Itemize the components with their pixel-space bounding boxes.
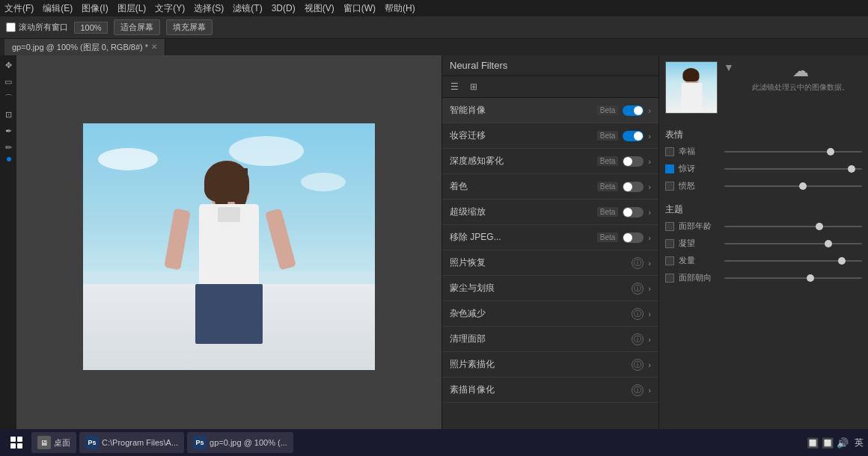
filter-info-10[interactable]: ⓘ — [632, 359, 644, 371]
filter-item-sketch[interactable]: 照片素描化 ⓘ › — [442, 352, 658, 378]
menu-select[interactable]: 选择(S) — [194, 2, 224, 15]
filter-arrow-1[interactable]: › — [648, 132, 651, 141]
menu-edit[interactable]: 编辑(E) — [43, 2, 73, 15]
tray-icon-1[interactable]: 🔲 — [807, 437, 819, 449]
filter-arrow-2[interactable]: › — [648, 157, 651, 166]
slider-checkbox-face-age[interactable] — [665, 222, 674, 231]
filter-name-3: 着色 — [450, 180, 597, 193]
slider-thumb-face-age[interactable] — [816, 223, 823, 230]
slider-checkbox-happiness[interactable] — [665, 147, 674, 156]
slider-thumb-anger[interactable] — [799, 182, 807, 190]
filter-item-dust[interactable]: 蒙尘与划痕 ⓘ › — [442, 276, 658, 301]
filter-toolbar-btn-2[interactable]: ⊞ — [466, 79, 481, 94]
menu-filter[interactable]: 滤镜(T) — [233, 2, 262, 15]
menu-window[interactable]: 窗口(W) — [343, 2, 376, 15]
menu-file[interactable]: 文件(F) — [4, 2, 34, 15]
filter-toggle-3[interactable] — [623, 182, 644, 192]
slider-checkbox-anger[interactable] — [665, 182, 674, 191]
input-method-indicator[interactable]: 英 — [855, 437, 864, 449]
filter-item-super-zoom[interactable]: 超级缩放 Beta › — [442, 200, 658, 225]
tray-icon-sound[interactable]: 🔊 — [837, 437, 849, 449]
toggle-knob-5 — [623, 233, 632, 242]
slider-thumb-face-dir[interactable] — [807, 274, 814, 282]
slider-track-face-age[interactable] — [724, 226, 862, 227]
filter-arrow-5[interactable]: › — [648, 233, 651, 242]
tab-label: gp=0.jpg @ 100% (图层 0, RGB/8#) * — [12, 39, 148, 55]
filter-info-6[interactable]: ⓘ — [632, 257, 644, 269]
filter-arrow-7[interactable]: › — [648, 284, 651, 293]
filter-item-colorize[interactable]: 着色 Beta › — [442, 174, 658, 200]
tool-crop[interactable]: ⊡ — [1, 108, 15, 121]
slider-track-happiness[interactable] — [724, 151, 862, 152]
filter-item-noise[interactable]: 杂色减少 ⓘ › — [442, 301, 658, 327]
tray-icon-2[interactable]: 🔲 — [822, 437, 834, 449]
fit-screen-button[interactable]: 适合屏幕 — [114, 19, 160, 35]
slider-checkbox-face-dir[interactable] — [665, 274, 674, 283]
slider-thumb-happiness[interactable] — [827, 148, 834, 155]
taskbar-desktop[interactable]: 🖥 桌面 — [31, 432, 76, 453]
filter-info-7[interactable]: ⓘ — [632, 283, 644, 295]
filter-item-depth-fog[interactable]: 深度感知雾化 Beta › — [442, 149, 658, 174]
slider-checkbox-surprise[interactable] — [665, 164, 674, 173]
menu-view[interactable]: 视图(V) — [305, 2, 334, 15]
filter-arrow-8[interactable]: › — [648, 309, 651, 318]
filter-arrow-11[interactable]: › — [648, 386, 651, 395]
filter-arrow-10[interactable]: › — [648, 360, 651, 369]
slider-checkbox-gaze[interactable] — [665, 239, 674, 248]
filter-arrow-3[interactable]: › — [648, 182, 651, 191]
menu-help[interactable]: 帮助(H) — [385, 2, 415, 15]
filter-toolbar-btn-1[interactable]: ☰ — [447, 79, 462, 94]
menu-3d[interactable]: 3D(D) — [272, 3, 296, 13]
tool-brush[interactable]: ✏ — [1, 141, 15, 154]
slider-track-anger[interactable] — [724, 185, 862, 187]
slider-track-gaze[interactable] — [724, 243, 862, 244]
taskbar-app-2[interactable]: Ps gp=0.jpg @ 100% (... — [187, 432, 293, 453]
slider-thumb-hair[interactable] — [838, 257, 846, 265]
filter-arrow-6[interactable]: › — [648, 259, 651, 268]
filter-info-8[interactable]: ⓘ — [632, 308, 644, 320]
tool-move[interactable]: ✥ — [1, 58, 15, 72]
filter-arrow-4[interactable]: › — [648, 208, 651, 217]
menu-layer[interactable]: 图层(L) — [117, 2, 147, 15]
filter-arrow-9[interactable]: › — [648, 335, 651, 344]
filter-info-11[interactable]: ⓘ — [632, 384, 644, 396]
scroll-all-checkbox-container[interactable]: 滚动所有窗口 — [6, 22, 68, 33]
tab-item[interactable]: gp=0.jpg @ 100% (图层 0, RGB/8#) * ✕ — [4, 39, 165, 55]
menu-type[interactable]: 文字(Y) — [155, 2, 185, 15]
tool-lasso[interactable]: ⌒ — [1, 91, 15, 105]
filter-item-photo-restore[interactable]: 照片恢复 ⓘ › — [442, 250, 658, 276]
slider-checkbox-hair[interactable] — [665, 256, 674, 265]
taskbar-app-1[interactable]: Ps C:\Program Files\A... — [79, 432, 184, 453]
menu-image[interactable]: 图像(I) — [82, 2, 108, 15]
filter-item-smart-portrait[interactable]: 智能肖像 Beta › — [442, 98, 658, 123]
slider-track-hair[interactable] — [724, 260, 862, 262]
preview-expand-arrow[interactable]: ▼ — [724, 61, 734, 73]
filter-info-9[interactable]: ⓘ — [632, 333, 644, 345]
tool-select[interactable]: ▭ — [1, 75, 15, 88]
canvas-area[interactable] — [16, 55, 441, 438]
filter-item-makeup[interactable]: 妆容迁移 Beta › — [442, 123, 658, 149]
neural-toolbar: ☰ ⊞ — [442, 76, 658, 98]
thumb-body — [681, 83, 702, 111]
filter-item-remove-jpeg[interactable]: 移除 JPEG... Beta › — [442, 225, 658, 250]
slider-track-face-dir[interactable] — [724, 277, 862, 279]
fill-screen-button[interactable]: 填充屏幕 — [166, 19, 213, 35]
filter-toggle-2[interactable] — [623, 156, 644, 167]
filter-arrow-0[interactable]: › — [648, 106, 651, 115]
filter-item-portrait-sketch[interactable]: 素描肖像化 ⓘ › — [442, 378, 658, 403]
filter-toggle-0[interactable] — [623, 105, 644, 116]
slider-thumb-surprise[interactable] — [848, 165, 855, 173]
start-button[interactable] — [4, 432, 28, 453]
slider-thumb-gaze[interactable] — [825, 240, 832, 247]
filter-item-clean-face[interactable]: 清理面部 ⓘ › — [442, 327, 658, 352]
tool-eyedrop[interactable]: ✒ — [1, 124, 15, 138]
filter-list[interactable]: 智能肖像 Beta › 妆容迁移 Beta › 深度感知雾化 Beta — [442, 98, 658, 438]
tab-close-button[interactable]: ✕ — [151, 39, 157, 55]
neural-filters-title: Neural Filters — [450, 60, 507, 71]
scroll-all-checkbox[interactable] — [6, 22, 16, 32]
zoom-input[interactable] — [74, 22, 108, 34]
filter-toggle-1[interactable] — [623, 131, 644, 141]
filter-toggle-5[interactable] — [623, 232, 644, 243]
slider-track-surprise[interactable] — [724, 168, 862, 170]
filter-toggle-4[interactable] — [623, 207, 644, 218]
